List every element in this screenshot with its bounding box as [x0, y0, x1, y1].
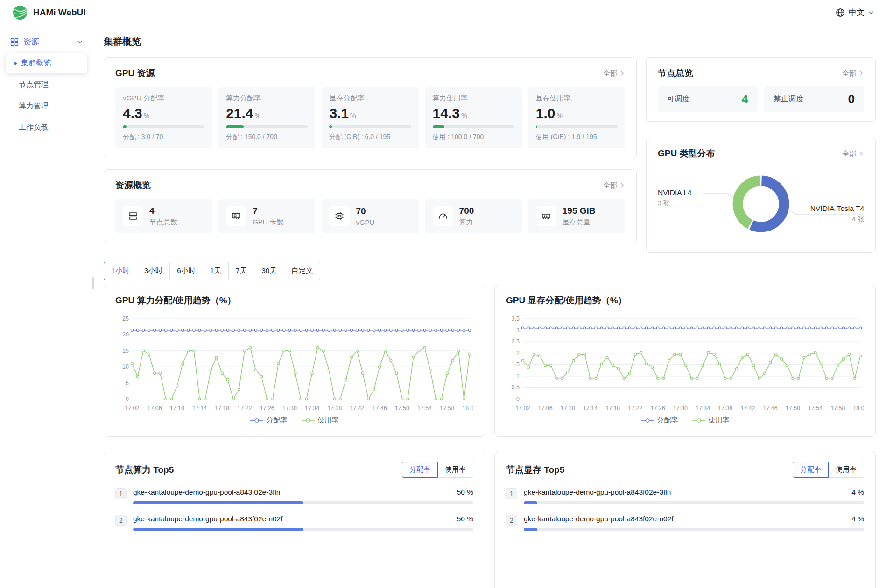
svg-text:17:18: 17:18 [605, 405, 620, 412]
sidebar-item-compute-management[interactable]: 算力管理 [6, 96, 87, 116]
progress-fill [329, 125, 331, 128]
sidebar-item-label: 工作负载 [19, 123, 49, 133]
stat-compute-usage: 算力使用率 14.3% 使用 : 100.0 / 700 [425, 87, 522, 148]
resource-overview-card: 资源概览 全部 [104, 169, 637, 243]
caret-down-icon [77, 39, 83, 45]
stat-value: 4.3% [123, 105, 204, 121]
progress-track [536, 125, 618, 128]
all-link-label: 全部 [603, 181, 617, 190]
memory-trend-chart: 00.511.522.533.517:0217:0617:1017:1417:1… [506, 314, 864, 413]
resource-stat-memory: 195 GiB 显存总量 [528, 199, 625, 233]
vgpu-icon [329, 206, 350, 226]
svg-text:0: 0 [516, 396, 520, 402]
tab-1d[interactable]: 1天 [203, 262, 229, 280]
resource-stat-value: 4 [149, 206, 177, 216]
svg-text:17:22: 17:22 [628, 405, 642, 412]
progress-fill [433, 125, 444, 128]
legend-item[interactable]: 使用率 [692, 416, 730, 425]
gpu-type-all-link[interactable]: 全部 [842, 149, 864, 158]
top5-row: 1 gke-kantaloupe-demo-gpu-pool-a843f02e-… [115, 488, 473, 504]
stat-value-number: 1.0 [536, 105, 556, 121]
stat-compute-alloc: 算力分配率 21.4% 分配 : 150.0 / 700 [218, 87, 315, 148]
tab-6h[interactable]: 6小时 [169, 262, 203, 280]
svg-text:2.5: 2.5 [512, 338, 520, 345]
node-overview-all-link[interactable]: 全部 [842, 69, 864, 78]
sidebar-resize-handle[interactable] [92, 277, 94, 289]
svg-text:17:26: 17:26 [260, 405, 274, 412]
tab-7d[interactable]: 7天 [228, 262, 254, 280]
tab-30d[interactable]: 30天 [254, 262, 284, 280]
progress-fill [226, 125, 243, 128]
svg-text:17:38: 17:38 [718, 405, 732, 412]
stat-value-unit: % [461, 112, 467, 119]
stat-value: 14.3% [433, 105, 514, 121]
stat-value-number: 21.4 [226, 105, 253, 121]
chevron-right-icon [858, 70, 864, 76]
language-selector[interactable]: 中文 [836, 7, 874, 18]
all-link-label: 全部 [603, 69, 617, 78]
stat-value: 1.0% [536, 105, 618, 121]
svg-text:20: 20 [122, 331, 129, 338]
schedulable-label: 可调度 [667, 94, 689, 104]
svg-text:17:10: 17:10 [170, 405, 184, 412]
svg-text:17:02: 17:02 [515, 405, 530, 412]
toggle-alloc-rate[interactable]: 分配率 [793, 462, 829, 478]
svg-text:18:02: 18:02 [853, 405, 864, 412]
memory-icon [536, 206, 556, 226]
tab-3h[interactable]: 3小时 [137, 262, 170, 280]
svg-text:17:02: 17:02 [125, 405, 139, 412]
stat-label: 算力使用率 [433, 94, 514, 103]
pie-label-l4: NVIDIA L4 3 张 [658, 189, 691, 207]
stat-value-number: 3.1 [329, 105, 349, 121]
svg-text:1: 1 [516, 373, 520, 379]
node-count-icon [123, 206, 143, 226]
all-link-label: 全部 [842, 69, 856, 78]
sidebar-item-node-management[interactable]: 节点管理 [6, 75, 87, 95]
app-title: HAMi WebUI [33, 7, 86, 18]
toggle-alloc-rate[interactable]: 分配率 [402, 462, 438, 478]
time-range-tabs: 1小时 3小时 6小时 1天 7天 30天 自定义 [104, 262, 320, 280]
all-link-label: 全部 [842, 149, 856, 158]
toggle-usage-rate[interactable]: 使用率 [828, 462, 864, 478]
progress-track [524, 501, 864, 504]
sidebar-item-workloads[interactable]: 工作负载 [6, 118, 87, 138]
stat-label: vGPU 分配率 [123, 94, 204, 103]
legend-item[interactable]: 分配率 [641, 416, 678, 425]
resource-stat-label: vGPU [356, 218, 374, 226]
sidebar-item-label: 算力管理 [19, 101, 49, 111]
rank-badge: 1 [506, 488, 517, 499]
svg-text:18:02: 18:02 [462, 405, 473, 412]
node-value: 50 % [457, 488, 473, 497]
legend-item[interactable]: 使用率 [302, 416, 339, 425]
metric-toggle: 分配率 使用率 [402, 462, 473, 478]
brand: HAMi WebUI [12, 5, 86, 21]
svg-text:15: 15 [122, 348, 129, 354]
stat-value: 3.1% [329, 105, 411, 121]
node-name: gke-kantaloupe-demo-gpu-pool-a843f02e-n0… [133, 515, 283, 523]
tab-1h[interactable]: 1小时 [104, 262, 137, 280]
sidebar-item-cluster-overview[interactable]: 集群概览 [6, 53, 87, 73]
pie-label-count: 3 张 [658, 199, 691, 207]
toggle-usage-rate[interactable]: 使用率 [437, 462, 473, 478]
node-value: 4 % [851, 488, 864, 497]
top5-row: 2 gke-kantaloupe-demo-gpu-pool-a843f02e-… [115, 515, 473, 531]
schedulable-tile: 可调度 4 [658, 86, 758, 112]
progress-fill [123, 125, 127, 128]
stat-footer: 分配 : 3.0 / 70 [123, 133, 204, 141]
stat-value-unit: % [350, 112, 356, 119]
svg-text:1.5: 1.5 [512, 361, 520, 368]
hami-logo-icon [12, 5, 28, 21]
node-name: gke-kantaloupe-demo-gpu-pool-a843f02e-3f… [133, 488, 280, 497]
legend-marker-icon [641, 418, 654, 423]
svg-text:0: 0 [126, 396, 129, 402]
resource-stat-label: GPU 卡数 [253, 218, 284, 227]
svg-text:17:26: 17:26 [651, 405, 665, 412]
legend-item[interactable]: 分配率 [250, 416, 288, 425]
gpu-resources-all-link[interactable]: 全部 [603, 69, 625, 78]
progress-track [133, 528, 473, 531]
sidebar-group-resources[interactable]: 资源 [5, 32, 88, 52]
legend-marker-icon [302, 418, 315, 423]
resource-overview-all-link[interactable]: 全部 [603, 181, 625, 190]
chevron-down-icon [868, 10, 874, 15]
tab-custom[interactable]: 自定义 [284, 262, 321, 280]
